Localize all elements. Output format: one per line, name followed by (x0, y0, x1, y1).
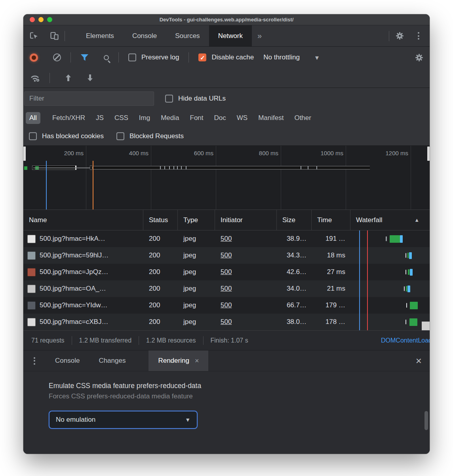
filter-pill-fetch-xhr[interactable]: Fetch/XHR (49, 112, 89, 124)
request-thumbnail (27, 268, 36, 276)
preserve-log-control[interactable]: Preserve log (128, 53, 179, 61)
filter-pill-js[interactable]: JS (92, 112, 107, 124)
column-header-status[interactable]: Status (143, 210, 178, 230)
search-icon[interactable] (104, 55, 109, 60)
tab-elements[interactable]: Elements (77, 25, 123, 46)
has-blocked-cookies-checkbox[interactable] (29, 132, 37, 140)
network-overview-timeline[interactable]: 200 ms 400 ms 600 ms 800 ms 1000 ms 1200… (23, 146, 430, 210)
blocked-requests-label[interactable]: Blocked Requests (129, 132, 184, 140)
scrollbar-corner[interactable] (422, 322, 430, 330)
overview-tick (308, 166, 308, 169)
request-status: 200 (143, 247, 178, 264)
clear-network-log-button[interactable] (53, 53, 61, 61)
filter-pill-other[interactable]: Other (291, 112, 315, 124)
tab-console[interactable]: Console (123, 25, 166, 46)
close-window-button[interactable] (30, 17, 35, 22)
table-row[interactable]: 500.jpg?hmac=59hlJ… 200 jpeg 500 34.3… 1… (23, 247, 430, 264)
table-row[interactable]: 500.jpg?hmac=JpQz… 200 jpeg 500 42.6… 27… (23, 264, 430, 280)
request-initiator-link[interactable]: 500 (221, 251, 232, 259)
gridline (216, 146, 216, 209)
network-conditions-icon[interactable] (30, 74, 40, 82)
throttling-select[interactable]: No throttling (263, 53, 300, 61)
hide-data-urls-control[interactable]: Hide data URLs (165, 95, 226, 103)
divider (70, 52, 71, 63)
preserve-log-label[interactable]: Preserve log (141, 53, 179, 61)
column-header-type[interactable]: Type (178, 210, 215, 230)
drawer-tab-console[interactable]: Console (46, 350, 89, 371)
inspect-element-button[interactable] (23, 25, 44, 46)
request-initiator-link[interactable]: 500 (221, 285, 232, 293)
requests-table: Name Status Type Initiator Size Time Wat… (23, 210, 430, 330)
gear-icon (396, 32, 404, 40)
finish-time: Finish: 1.07 s (204, 337, 255, 344)
has-blocked-cookies-label[interactable]: Has blocked cookies (42, 132, 104, 140)
filter-pill-css[interactable]: CSS (111, 112, 132, 124)
tab-network[interactable]: Network (209, 25, 252, 46)
zoom-window-button[interactable] (47, 17, 52, 22)
filter-pill-font[interactable]: Font (187, 112, 207, 124)
network-settings-button[interactable] (415, 53, 423, 62)
drawer-tab-changes[interactable]: Changes (89, 350, 135, 371)
table-row[interactable]: 500.jpg?hmac=OA_… 200 jpeg 500 34.0… 21 … (23, 280, 430, 297)
overview-right-handle[interactable] (427, 147, 430, 161)
request-name: 500.jpg?hmac=HkA… (40, 235, 105, 243)
customize-devtools-button[interactable] (410, 25, 427, 46)
blocked-requests-checkbox[interactable] (116, 132, 124, 140)
filter-input[interactable] (24, 91, 154, 106)
toggle-device-toolbar-button[interactable] (44, 25, 65, 46)
disable-cache-label[interactable]: Disable cache (211, 53, 254, 61)
table-row[interactable]: 500.jpg?hmac=YIdw… 200 jpeg 500 66.7… 17… (23, 297, 430, 314)
filter-pill-ws[interactable]: WS (233, 112, 251, 124)
drawer-menu-button[interactable] (23, 350, 46, 371)
inspect-cursor-icon (29, 31, 38, 40)
column-header-name[interactable]: Name (23, 210, 143, 230)
filter-funnel-icon[interactable] (80, 54, 89, 61)
devtools-window: DevTools - gui-challenges.web.app/media-… (23, 14, 430, 454)
tab-label: Network (218, 32, 243, 40)
blocked-requests-control[interactable]: Blocked Requests (116, 132, 184, 140)
request-time: 191 … (312, 230, 350, 247)
request-initiator-link[interactable]: 500 (221, 318, 232, 326)
tick-label: 200 ms (52, 150, 84, 156)
overview-left-handle[interactable] (23, 147, 26, 161)
filter-pill-img[interactable]: Img (135, 112, 154, 124)
request-time: 18 ms (312, 247, 350, 264)
divider (118, 52, 119, 63)
emulation-select[interactable]: No emulation ▼ (49, 411, 198, 429)
record-network-log-button[interactable] (30, 53, 38, 62)
close-drawer-button[interactable]: × (408, 350, 430, 371)
table-row[interactable]: 500.jpg?hmac=HkA… 200 jpeg 500 38.9… 191… (23, 230, 430, 247)
request-initiator-link[interactable]: 500 (221, 301, 232, 309)
column-header-time[interactable]: Time (312, 210, 350, 230)
request-size: 38.9… (277, 230, 312, 247)
minimize-window-button[interactable] (38, 17, 44, 22)
import-har-icon[interactable] (65, 74, 72, 82)
request-initiator-link[interactable]: 500 (221, 268, 232, 276)
drawer-tab-rendering[interactable]: Rendering × (148, 350, 208, 371)
table-row[interactable]: 500.jpg?hmac=cXBJ… 200 jpeg 500 38.0… 17… (23, 314, 430, 330)
filter-pill-all[interactable]: All (26, 112, 40, 124)
disable-cache-control[interactable]: Disable cache (198, 53, 254, 61)
close-tab-icon[interactable]: × (195, 357, 199, 365)
export-har-icon[interactable] (87, 74, 93, 82)
column-header-size[interactable]: Size (277, 210, 312, 230)
column-header-waterfall[interactable]: Waterfall▲ (350, 210, 430, 230)
disable-cache-checkbox[interactable] (198, 53, 206, 61)
table-header: Name Status Type Initiator Size Time Wat… (23, 210, 430, 230)
hide-data-urls-label[interactable]: Hide data URLs (178, 95, 226, 103)
chevron-down-icon: ▼ (314, 54, 320, 61)
filter-pill-doc[interactable]: Doc (211, 112, 230, 124)
hide-data-urls-checkbox[interactable] (165, 95, 173, 103)
more-tabs-button[interactable]: » (252, 25, 267, 46)
settings-button[interactable] (389, 25, 410, 46)
tab-sources[interactable]: Sources (166, 25, 209, 46)
preserve-log-checkbox[interactable] (128, 53, 136, 61)
titlebar: DevTools - gui-challenges.web.app/media-… (23, 14, 430, 25)
column-header-initiator[interactable]: Initiator (215, 210, 277, 230)
filter-pill-manifest[interactable]: Manifest (255, 112, 287, 124)
waterfall-bar (350, 230, 403, 247)
has-blocked-cookies-control[interactable]: Has blocked cookies (29, 132, 104, 140)
request-initiator-link[interactable]: 500 (221, 235, 232, 243)
filter-pill-media[interactable]: Media (157, 112, 183, 124)
drawer-scrollbar-thumb[interactable] (424, 411, 428, 430)
